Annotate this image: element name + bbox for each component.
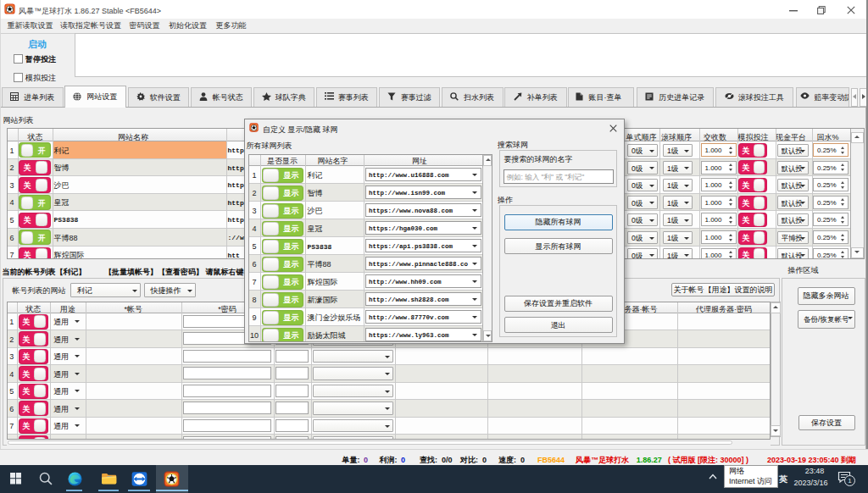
svg-text:1: 1 xyxy=(848,477,852,485)
